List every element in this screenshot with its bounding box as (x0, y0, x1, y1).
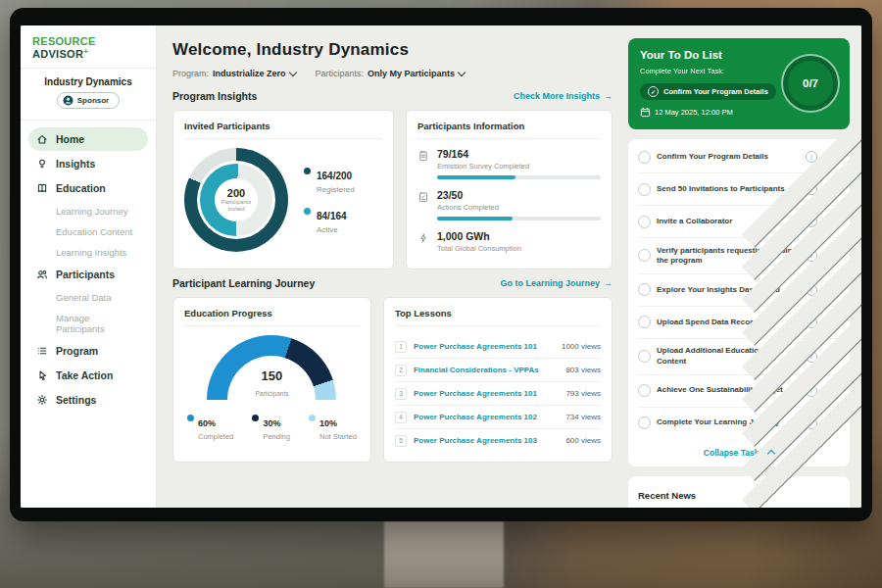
task-expand-button[interactable] (823, 348, 840, 365)
link-label: Check More Insights (514, 91, 600, 101)
sidebar-item-take-action[interactable]: Take Action (28, 364, 148, 387)
energy-bolt-icon (417, 232, 429, 244)
program-filter-dropdown[interactable]: Program: Industrialize Zero (172, 69, 296, 78)
task-expand-button[interactable] (823, 247, 840, 264)
section-title-learning-journey: Participant Learning Journey (172, 277, 315, 289)
app-window: RESOURCE ADVISOR+ Industry Dynamics Spon… (21, 25, 861, 508)
sidebar-item-label: Learning Journey (56, 206, 127, 217)
list-icon (36, 345, 48, 357)
task-checkbox[interactable] (638, 183, 651, 196)
todo-subtitle: Complete Your Next Task: (640, 67, 776, 75)
lesson-link[interactable]: Power Purchase Agreements 103 (414, 436, 559, 445)
monitor-bezel: RESOURCE ADVISOR+ Industry Dynamics Spon… (10, 8, 872, 521)
learning-journey-section-header: Participant Learning Journey Go to Learn… (172, 277, 612, 289)
legend-label: Active (317, 225, 347, 234)
page-title: Welcome, Industry Dynamics (172, 40, 612, 60)
calendar-icon (640, 107, 651, 118)
participants-filter-value: Only My Participants (368, 69, 455, 78)
task-expand-button[interactable] (823, 181, 840, 198)
recent-news-card: Recent News (628, 476, 850, 508)
task-checkbox[interactable] (638, 151, 651, 164)
stat-label: Actions Completed (437, 203, 601, 212)
actions-progressbar (437, 217, 601, 220)
sidebar-item-education-content[interactable]: Education Content (28, 221, 148, 241)
arrow-right-icon: → (604, 91, 612, 101)
go-to-learning-journey-link[interactable]: Go to Learning Journey → (500, 278, 612, 288)
sidebar-item-label: General Data (56, 292, 112, 303)
task-expand-button[interactable] (823, 214, 840, 230)
recent-news-title: Recent News (638, 490, 696, 501)
donut-center: 200 Participants Invited (215, 178, 258, 221)
stat-emission-survey: 79/164 Emission Survey Completed (417, 148, 601, 183)
task-label: Confirm Your Program Details (657, 152, 800, 162)
sidebar-item-label: Insights (56, 158, 95, 170)
task-checkbox[interactable] (638, 316, 651, 328)
sidebar-item-program[interactable]: Program (28, 339, 148, 363)
main-content: Welcome, Industry Dynamics Program: Indu… (157, 25, 625, 508)
task-checkbox[interactable] (638, 216, 651, 228)
lesson-views: 1000 views (562, 342, 601, 351)
lesson-rank: 3 (395, 388, 407, 400)
lesson-views: 793 views (565, 389, 601, 398)
participants-filter-dropdown[interactable]: Participants: Only My Participants (316, 69, 466, 78)
task-expand-button[interactable] (823, 382, 840, 399)
lesson-link[interactable]: Financial Considerations - VPPAs (414, 366, 559, 374)
task-checkbox[interactable] (638, 350, 651, 363)
checklist-icon (417, 191, 429, 203)
card-title: Education Progress (184, 308, 360, 326)
lesson-link[interactable]: Power Purchase Agreements 101 (414, 342, 555, 351)
task-expand-button[interactable] (823, 281, 840, 298)
chevron-down-icon (458, 69, 466, 76)
legend-value: 30% (263, 418, 280, 428)
sidebar-item-learning-insights[interactable]: Learning Insights (28, 242, 148, 262)
stat-value: 79/164 (437, 148, 601, 160)
sidebar-item-manage-participants[interactable]: Manage Participants (28, 308, 148, 338)
org-name: Industry Dynamics (26, 76, 150, 87)
todo-tasks-card: Confirm Your Program Details i Send 50 I… (628, 139, 850, 466)
next-task-label: Confirm Your Program Details (663, 87, 768, 96)
next-task-pill[interactable]: ✓ Confirm Your Program Details (640, 83, 776, 100)
sidebar-item-education[interactable]: Education (28, 176, 148, 200)
gear-icon (36, 394, 48, 406)
task-expand-button[interactable] (823, 415, 840, 431)
sidebar-item-general-data[interactable]: General Data (28, 287, 148, 307)
program-insights-section-header: Program Insights Check More Insights → (172, 90, 612, 102)
lesson-link[interactable]: Power Purchase Agreements 101 (414, 389, 559, 398)
task-checkbox[interactable] (638, 416, 651, 429)
card-title: Participants Information (417, 121, 601, 139)
sidebar-item-label: Home (56, 133, 84, 145)
sponsor-person-icon (63, 95, 74, 106)
sidebar-item-insights[interactable]: Insights (28, 152, 148, 175)
lesson-rank: 1 (395, 341, 407, 353)
sidebar-item-learning-journey[interactable]: Learning Journey (28, 201, 148, 220)
legend-value: 84/164 (317, 211, 347, 221)
link-label: Go to Learning Journey (500, 278, 600, 288)
card-title: Top Lessons (395, 308, 601, 326)
progressbar-fill (437, 217, 513, 220)
card-title: Invited Participants (184, 121, 382, 139)
task-expand-button[interactable] (823, 314, 840, 330)
check-more-insights-link[interactable]: Check More Insights → (514, 91, 612, 101)
participants-filter-label: Participants: (316, 69, 365, 78)
stat-label: Emission Survey Completed (437, 162, 601, 171)
task-row-confirm-program[interactable]: Confirm Your Program Details i (638, 141, 840, 173)
task-expand-button[interactable] (823, 149, 840, 166)
sidebar-item-home[interactable]: Home (28, 127, 148, 151)
legend-dot (309, 415, 316, 421)
lesson-link[interactable]: Power Purchase Agreements 102 (414, 413, 559, 421)
monitor-stand (384, 521, 504, 588)
sidebar-item-settings[interactable]: Settings (28, 388, 148, 412)
lesson-row: 3 Power Purchase Agreements 101 793 view… (395, 382, 601, 406)
task-checkbox[interactable] (638, 283, 651, 296)
sidebar-item-label: Education Content (56, 226, 132, 237)
sidebar-item-label: Settings (56, 394, 96, 406)
sidebar-item-label: Learning Insights (56, 247, 126, 258)
task-checkbox[interactable] (638, 249, 651, 262)
book-icon (36, 182, 48, 194)
sponsor-badge-label: Sponsor (77, 96, 109, 105)
legend-dot (252, 415, 259, 421)
sidebar-item-participants[interactable]: Participants (28, 263, 148, 286)
task-label: Send 50 Invitations to Participants (657, 184, 800, 194)
sidebar-item-label: Education (56, 182, 106, 194)
task-checkbox[interactable] (638, 384, 651, 397)
